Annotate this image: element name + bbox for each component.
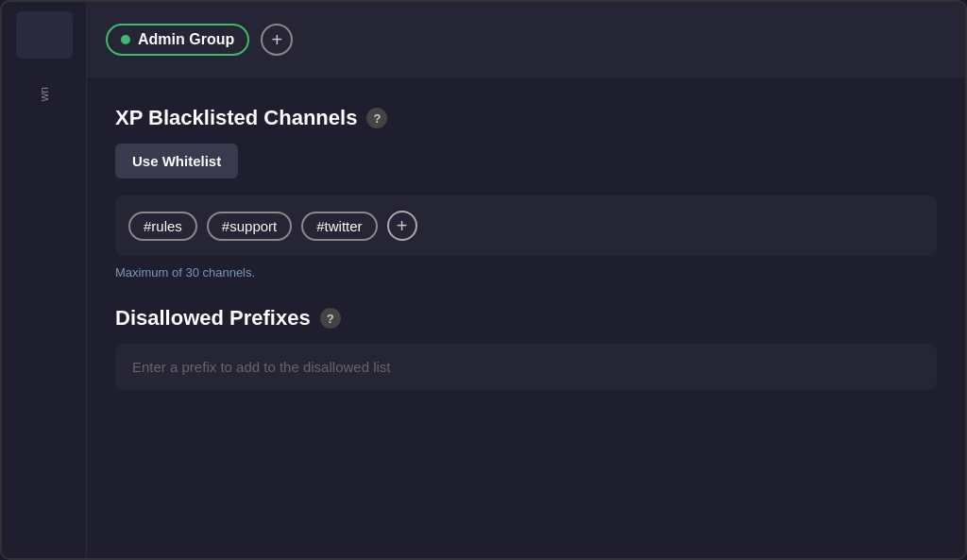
plus-icon: +	[397, 216, 408, 235]
channels-container: #rules #support #twitter +	[115, 195, 937, 256]
xp-title-row: XP Blacklisted Channels ?	[115, 106, 937, 130]
content-area: XP Blacklisted Channels ? Use Whitelist …	[87, 77, 965, 558]
question-mark: ?	[373, 111, 381, 126]
main-content: Admin Group + XP Blacklisted Channels ? …	[87, 2, 965, 558]
disallowed-prefixes-section: Disallowed Prefixes ?	[115, 306, 937, 390]
admin-group-label: Admin Group	[138, 31, 234, 48]
xp-help-icon[interactable]: ?	[366, 108, 387, 128]
question-mark: ?	[327, 312, 334, 326]
xp-section-title: XP Blacklisted Channels	[115, 106, 357, 130]
app-window: wn Admin Group + XP Blacklisted Channels…	[0, 0, 967, 560]
sidebar-top-bar	[16, 11, 73, 59]
use-whitelist-button[interactable]: Use Whitelist	[115, 144, 238, 178]
prefix-input[interactable]	[115, 344, 937, 390]
sidebar: wn	[2, 2, 87, 558]
xp-blacklisted-section: XP Blacklisted Channels ? Use Whitelist …	[115, 106, 937, 280]
add-group-button[interactable]: +	[261, 24, 293, 56]
prefixes-section-title: Disallowed Prefixes	[115, 306, 311, 331]
channel-tag-support[interactable]: #support	[207, 212, 292, 241]
online-indicator	[121, 35, 130, 44]
max-channels-notice: Maximum of 30 channels.	[115, 265, 937, 280]
prefixes-title-row: Disallowed Prefixes ?	[115, 306, 937, 331]
plus-icon: +	[271, 30, 282, 49]
channel-tag-twitter[interactable]: #twitter	[301, 212, 377, 241]
add-channel-button[interactable]: +	[387, 211, 417, 241]
admin-group-pill[interactable]: Admin Group	[106, 24, 249, 56]
prefixes-help-icon[interactable]: ?	[320, 308, 341, 329]
channel-tag-rules[interactable]: #rules	[128, 212, 197, 241]
sidebar-label: wn	[38, 87, 51, 101]
top-bar: Admin Group +	[87, 2, 965, 77]
